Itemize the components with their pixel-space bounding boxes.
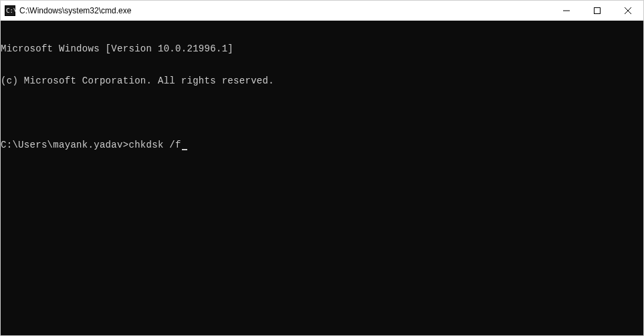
terminal-output-line: Microsoft Windows [Version 10.0.21996.1] <box>1 43 643 54</box>
titlebar[interactable]: C:\ C:\Windows\system32\cmd.exe <box>1 1 643 21</box>
terminal-command: chkdsk /f <box>128 140 181 150</box>
maximize-button[interactable] <box>582 1 613 20</box>
svg-text:C:\: C:\ <box>6 7 15 14</box>
cmd-icon: C:\ <box>5 5 15 16</box>
window-controls <box>551 1 643 20</box>
cursor <box>182 149 187 150</box>
terminal-area[interactable]: Microsoft Windows [Version 10.0.21996.1]… <box>1 21 643 335</box>
cmd-window: C:\ C:\Windows\system32\cmd.exe Microsof… <box>0 0 644 336</box>
minimize-button[interactable] <box>551 1 582 20</box>
close-button[interactable] <box>613 1 643 20</box>
terminal-output-line: (c) Microsoft Corporation. All rights re… <box>1 75 643 86</box>
window-title: C:\Windows\system32\cmd.exe <box>19 6 131 15</box>
terminal-blank-line <box>1 108 643 118</box>
svg-rect-4 <box>595 7 601 13</box>
terminal-prompt-line: C:\Users\mayank.yadav>chkdsk /f <box>1 140 643 150</box>
terminal-prompt: C:\Users\mayank.yadav> <box>1 140 128 150</box>
